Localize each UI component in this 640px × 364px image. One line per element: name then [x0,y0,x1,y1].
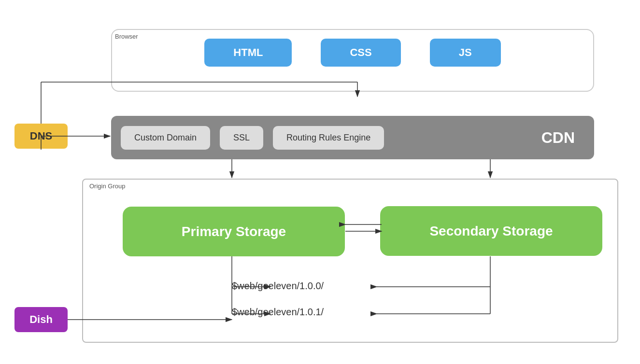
path2-label: $web/goeleven/1.0.1/ [232,307,324,318]
browser-items: HTML CSS JS [111,39,594,67]
path1-label: $web/goeleven/1.0.0/ [232,280,324,292]
cdn-bar: Custom Domain SSL Routing Rules Engine C… [111,116,594,159]
html-pill: HTML [204,39,292,67]
routing-rules-pill: Routing Rules Engine [273,126,384,150]
ssl-pill: SSL [220,126,263,150]
diagram-container: Browser HTML CSS JS Custom Domain SSL Ro… [0,0,640,364]
secondary-storage-label: Secondary Storage [429,224,553,239]
dns-box: DNS [14,124,68,149]
js-pill: JS [430,39,501,67]
dns-label: DNS [30,130,52,142]
primary-storage-label: Primary Storage [182,224,286,239]
dish-label: Dish [29,313,53,326]
origin-group-box [82,179,618,343]
origin-group-label: Origin Group [89,182,125,190]
dish-box: Dish [14,307,68,332]
cdn-label: CDN [541,129,575,147]
css-pill: CSS [321,39,400,67]
primary-storage: Primary Storage [123,207,345,256]
custom-domain-pill: Custom Domain [121,126,210,150]
secondary-storage: Secondary Storage [380,206,602,256]
